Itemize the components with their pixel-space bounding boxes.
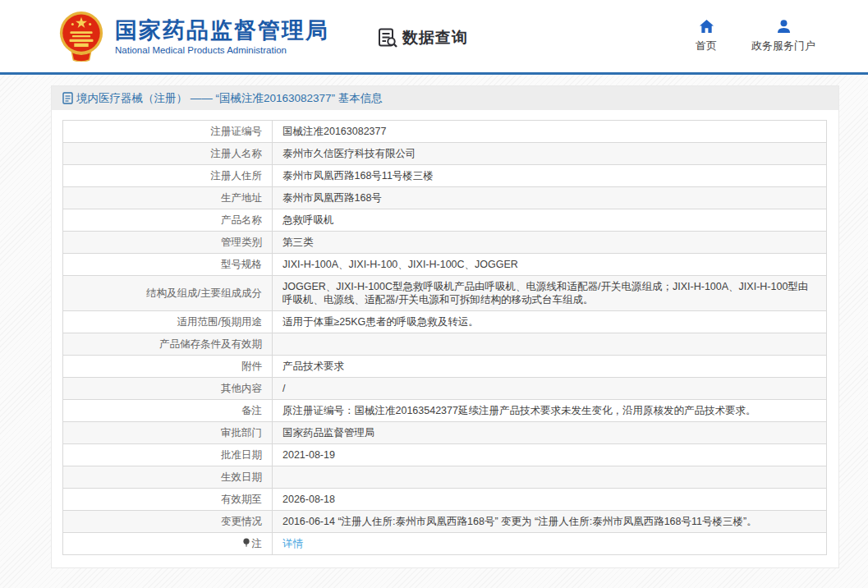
table-row: 管理类别第三类 — [63, 232, 827, 254]
table-row: 备注原注册证编号：国械注准20163542377延续注册产品技术要求未发生变化，… — [63, 400, 827, 422]
row-label: 批准日期 — [63, 444, 273, 466]
table-row: 其他内容/ — [63, 378, 827, 400]
row-label: 注 — [63, 533, 273, 555]
row-value: 原注册证编号：国械注准20163542377延续注册产品技术要求未发生变化，沿用… — [273, 400, 827, 422]
row-label: 产品储存条件及有效期 — [63, 333, 273, 356]
table-row: 生效日期 — [63, 466, 827, 489]
info-card: 境内医疗器械（注册） —— “国械注准20163082377” 基本信息 注册证… — [51, 85, 839, 568]
info-table-body: 注册证编号国械注准20163082377注册人名称泰州市久信医疗科技有限公司注册… — [63, 121, 827, 555]
card-body: 注册证编号国械注准20163082377注册人名称泰州市久信医疗科技有限公司注册… — [52, 110, 838, 567]
table-row: 附件产品技术要求 — [63, 356, 827, 378]
row-value: / — [273, 378, 827, 400]
table-row: 生产地址泰州市凤凰西路168号 — [63, 187, 827, 209]
row-label: 审批部门 — [63, 422, 273, 444]
user-icon — [776, 19, 792, 34]
page-icon — [62, 92, 73, 104]
header-nav: 首页 政务服务门户 — [696, 19, 815, 53]
table-row: 型号规格JIXI-H-100A、JIXI-H-100、JIXI-H-100C、J… — [63, 254, 827, 276]
table-row: 审批部门国家药品监督管理局 — [63, 422, 827, 444]
row-value: 国家药品监督管理局 — [273, 422, 827, 444]
site-title: 国家药品监督管理局 — [115, 18, 329, 43]
row-value: 2021-08-19 — [273, 444, 827, 466]
row-value: 适用于体重≥25KG患者的呼吸急救及转运。 — [273, 311, 827, 333]
nav-item-home[interactable]: 首页 — [696, 19, 717, 53]
table-row: 结构及组成/主要组成成分JOGGER、JIXI-H-100C型急救呼吸机产品由呼… — [63, 276, 827, 311]
table-row: 适用范围/预期用途适用于体重≥25KG患者的呼吸急救及转运。 — [63, 311, 827, 333]
row-value: 2016-06-14 “注册人住所:泰州市凤凰西路168号” 变更为 “注册人住… — [273, 511, 827, 533]
home-icon — [699, 19, 714, 34]
table-row: 注册人住所泰州市凤凰西路168号11号楼三楼 — [63, 165, 827, 187]
row-value: 产品技术要求 — [273, 356, 827, 378]
row-label: 附件 — [63, 356, 273, 378]
data-query-label: 数据查询 — [402, 27, 468, 48]
table-row: 有效期至2026-08-18 — [63, 489, 827, 511]
nav-item-label: 政务服务门户 — [751, 39, 815, 53]
document-search-icon — [377, 27, 398, 48]
row-label: 型号规格 — [63, 254, 273, 276]
row-label: 注册人名称 — [63, 143, 273, 165]
site-header: 国家药品监督管理局 National Medical Products Admi… — [0, 0, 868, 72]
brand-block: 国家药品监督管理局 National Medical Products Admi… — [115, 18, 329, 55]
row-label: 备注 — [63, 400, 273, 422]
row-value: 详情 — [273, 533, 827, 555]
row-value — [273, 333, 827, 356]
row-label: 生产地址 — [63, 187, 273, 209]
row-label: 有效期至 — [63, 489, 273, 511]
row-label: 适用范围/预期用途 — [63, 311, 273, 333]
table-row: 产品储存条件及有效期 — [63, 333, 827, 356]
page-title: 境内医疗器械（注册） —— “国械注准20163082377” 基本信息 — [76, 91, 383, 106]
row-value: JOGGER、JIXI-H-100C型急救呼吸机产品由呼吸机、电源线和适配器/开… — [273, 276, 827, 311]
row-value: 泰州市凤凰西路168号 — [273, 187, 827, 209]
row-value: 泰州市久信医疗科技有限公司 — [273, 143, 827, 165]
note-pin-icon — [242, 538, 250, 548]
row-value: 泰州市凤凰西路168号11号楼三楼 — [273, 165, 827, 187]
nav-item-label: 首页 — [696, 39, 717, 53]
row-value: 国械注准20163082377 — [273, 121, 827, 143]
site-subtitle: National Medical Products Administration — [115, 45, 329, 55]
nav-item-service-portal[interactable]: 政务服务门户 — [751, 19, 815, 53]
table-row: 产品名称急救呼吸机 — [63, 209, 827, 232]
row-label: 注册人住所 — [63, 165, 273, 187]
row-label: 注册证编号 — [63, 121, 273, 143]
table-row: 变更情况2016-06-14 “注册人住所:泰州市凤凰西路168号” 变更为 “… — [63, 511, 827, 533]
row-value: 2026-08-18 — [273, 489, 827, 511]
table-row: 注册人名称泰州市久信医疗科技有限公司 — [63, 143, 827, 165]
row-value — [273, 466, 827, 489]
table-row: 注详情 — [63, 533, 827, 555]
row-value: 急救呼吸机 — [273, 209, 827, 232]
table-row: 批准日期2021-08-19 — [63, 444, 827, 466]
row-value: JIXI-H-100A、JIXI-H-100、JIXI-H-100C、JOGGE… — [273, 254, 827, 276]
row-label: 其他内容 — [63, 378, 273, 400]
detail-link[interactable]: 详情 — [282, 538, 303, 549]
card-header: 境内医疗器械（注册） —— “国械注准20163082377” 基本信息 — [52, 86, 838, 110]
main-content: 境内医疗器械（注册） —— “国械注准20163082377” 基本信息 注册证… — [0, 75, 868, 588]
row-label: 产品名称 — [63, 209, 273, 232]
data-query-section[interactable]: 数据查询 — [377, 27, 468, 48]
row-value: 第三类 — [273, 232, 827, 254]
table-row: 注册证编号国械注准20163082377 — [63, 121, 827, 143]
national-emblem-logo — [57, 11, 105, 62]
page: 国家药品监督管理局 National Medical Products Admi… — [0, 0, 868, 588]
info-table: 注册证编号国械注准20163082377注册人名称泰州市久信医疗科技有限公司注册… — [62, 120, 827, 555]
row-label: 结构及组成/主要组成成分 — [63, 276, 273, 311]
row-label: 变更情况 — [63, 511, 273, 533]
row-label: 生效日期 — [63, 466, 273, 489]
row-label: 管理类别 — [63, 232, 273, 254]
